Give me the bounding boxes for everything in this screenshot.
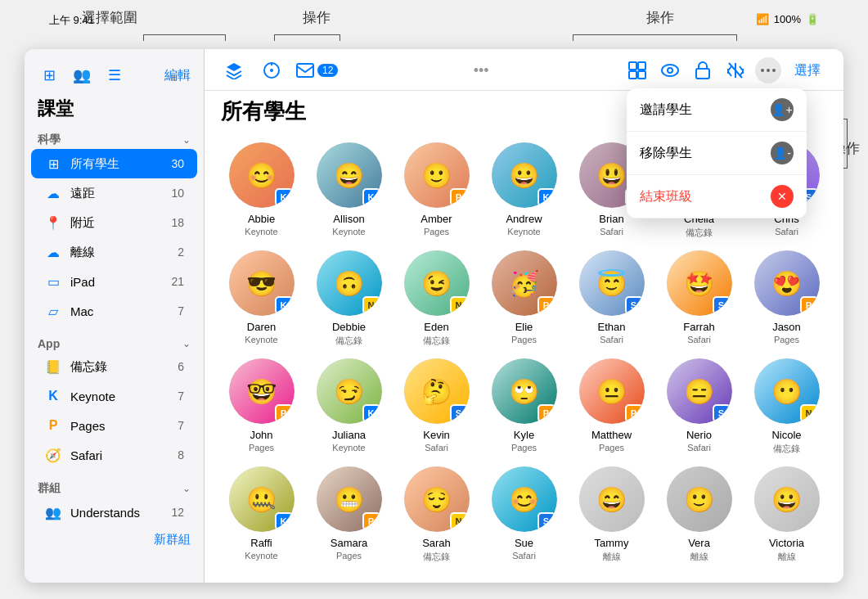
student-avatar: 🙂P <box>404 142 470 208</box>
student-app: Pages <box>511 443 537 453</box>
keynote-icon: K <box>44 387 62 405</box>
student-card[interactable]: 🤐KRaffiKeynote <box>221 466 302 563</box>
student-card[interactable]: 😀KAndrewKeynote <box>483 142 564 239</box>
sidebar-item-understands[interactable]: 👥 Understands 12 <box>31 498 197 527</box>
chevron-down-icon-groups[interactable]: ⌄ <box>182 483 191 494</box>
student-avatar: 🙃N <box>317 250 382 316</box>
section-title-app: App <box>38 337 60 350</box>
student-card[interactable]: 😍PJasonPages <box>746 250 827 347</box>
student-app: 備忘錄 <box>686 227 713 239</box>
sidebar-item-keynote[interactable]: K Keynote 7 <box>31 381 197 411</box>
sidebar-item-remote[interactable]: ☁ 遠距 10 <box>31 178 197 208</box>
section-title-groups: 群組 <box>38 481 61 496</box>
student-card[interactable]: 🤓PJohnPages <box>221 358 302 455</box>
student-card[interactable]: 😑SNerioSafari <box>659 358 740 455</box>
student-card[interactable]: 🤔SKevinSafari <box>396 358 477 455</box>
student-card[interactable]: 😏KJulianaKeynote <box>308 358 389 455</box>
student-avatar: 🤓P <box>229 358 295 424</box>
sidebar-icon-people[interactable]: 👥 <box>70 64 93 87</box>
compass-button[interactable] <box>259 57 285 83</box>
student-card[interactable]: 🙂Vera離線 <box>659 466 740 563</box>
student-card[interactable]: 😉NEden備忘錄 <box>396 250 477 347</box>
svg-rect-10 <box>696 69 709 79</box>
student-card[interactable]: 😄KAllisonKeynote <box>308 142 389 239</box>
student-card[interactable]: 😄Tammy離線 <box>571 466 652 563</box>
student-card[interactable]: 🙄PKylePages <box>483 358 564 455</box>
student-app: 離線 <box>690 551 708 563</box>
student-card[interactable]: 😊SSueSafari <box>483 466 564 563</box>
student-card[interactable]: 😐PMatthewPages <box>571 358 652 455</box>
select-button[interactable]: 選擇 <box>788 59 827 83</box>
student-name: Elie <box>515 321 533 333</box>
remove-icon: 👤- <box>771 142 794 164</box>
keynote-count: 7 <box>178 390 184 403</box>
student-card[interactable]: 🙃NDebbie備忘錄 <box>308 250 389 347</box>
ipad-count: 21 <box>171 275 184 288</box>
student-app: Safari <box>687 443 711 453</box>
app-badge: S <box>625 296 643 314</box>
student-card[interactable]: 🤩SFarrahSafari <box>659 250 740 347</box>
layers-button[interactable] <box>221 57 247 83</box>
app-badge: K <box>362 404 380 422</box>
new-group-button[interactable]: 新群組 <box>25 527 204 552</box>
end-icon: ✕ <box>771 185 794 208</box>
remove-students-label: 移除學生 <box>640 145 692 162</box>
chevron-down-icon-app[interactable]: ⌄ <box>182 338 191 349</box>
lock-button[interactable] <box>690 57 716 83</box>
safari-count: 8 <box>178 448 184 462</box>
edit-button[interactable]: 編輯 <box>164 67 191 84</box>
student-name: Abbie <box>248 213 275 225</box>
sidebar-item-nearby[interactable]: 📍 附近 18 <box>31 208 197 237</box>
battery-display: 100% <box>774 13 801 25</box>
notes-count: 6 <box>178 360 184 373</box>
chevron-down-icon-science[interactable]: ⌄ <box>182 134 191 146</box>
sidebar-item-offline[interactable]: ☁ 離線 2 <box>31 237 197 267</box>
sidebar-item-pages[interactable]: P Pages 7 <box>31 411 197 440</box>
remote-count: 10 <box>171 187 184 200</box>
sidebar-icons: ⊞ 👥 ☰ <box>38 64 126 87</box>
student-card[interactable]: 😇SEthanSafari <box>571 250 652 347</box>
invite-students-item[interactable]: 邀請學生 👤+ <box>627 88 807 132</box>
student-avatar: 😇S <box>579 250 645 316</box>
student-name: Sarah <box>422 537 451 549</box>
student-card[interactable]: 😎KDarenKeynote <box>221 250 302 347</box>
student-app: Pages <box>249 443 274 453</box>
student-card[interactable]: 🙂PAmberPages <box>396 142 477 239</box>
student-name: Vera <box>688 537 710 549</box>
student-app: 備忘錄 <box>423 335 450 347</box>
more-button[interactable] <box>755 57 781 83</box>
student-card[interactable]: 😌NSarah備忘錄 <box>396 466 477 563</box>
sidebar: ⊞ 👥 ☰ 編輯 課堂 科學 ⌄ ⊞ 所有學生 30 ☁ 遠距 10 📍 附近 … <box>25 49 205 583</box>
sidebar-icon-list[interactable]: ☰ <box>103 64 126 87</box>
student-app: Keynote <box>332 227 365 236</box>
sidebar-item-ipad[interactable]: ▭ iPad 21 <box>31 267 197 296</box>
student-card[interactable]: 🥳PEliePages <box>483 250 564 347</box>
grid-view-button[interactable] <box>624 57 650 83</box>
pages-count: 7 <box>178 419 184 432</box>
bracket-line-8 <box>573 34 573 41</box>
mail-button[interactable]: 12 <box>296 63 338 78</box>
student-app: 備忘錄 <box>773 443 800 455</box>
mac-label: Mac <box>70 304 169 318</box>
section-title-science: 科學 <box>38 133 61 147</box>
sidebar-icon-grid[interactable]: ⊞ <box>38 64 61 87</box>
screen-view-button[interactable] <box>657 57 683 83</box>
mute-button[interactable] <box>722 57 749 83</box>
student-card[interactable]: 😶NNicole備忘錄 <box>746 358 827 455</box>
student-card[interactable]: 😬PSamaraPages <box>308 466 389 563</box>
remove-students-item[interactable]: 移除學生 👤- <box>627 132 807 175</box>
student-card[interactable]: 😀Victoria離線 <box>746 466 827 563</box>
section-header-groups: 群組 ⌄ <box>25 476 204 498</box>
sidebar-item-mac[interactable]: ▱ Mac 7 <box>31 296 197 326</box>
student-card[interactable]: 😊KAbbieKeynote <box>221 142 302 239</box>
sidebar-item-safari[interactable]: 🧭 Safari 8 <box>31 440 197 470</box>
student-app: 離線 <box>603 551 621 563</box>
sidebar-item-notes[interactable]: 📒 備忘錄 6 <box>31 352 197 381</box>
sidebar-item-all-students[interactable]: ⊞ 所有學生 30 <box>31 149 197 178</box>
student-name: Daren <box>247 321 276 333</box>
notes-icon: 📒 <box>44 358 62 376</box>
end-class-item[interactable]: 結束班級 ✕ <box>627 175 807 218</box>
end-class-label: 結束班級 <box>640 188 692 205</box>
bracket-line-4 <box>274 34 340 35</box>
student-name: Tammy <box>595 537 629 549</box>
